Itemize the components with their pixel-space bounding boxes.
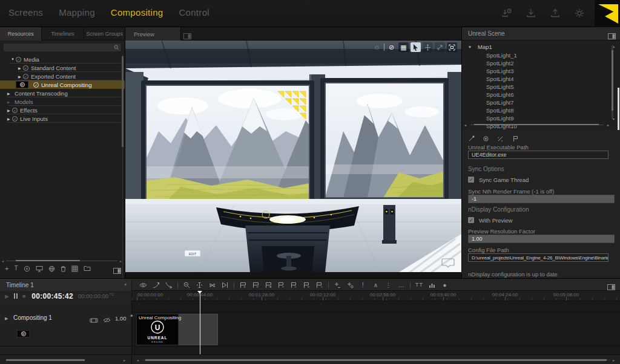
scroll-left-arrow[interactable]: ◂ bbox=[137, 358, 139, 362]
marker-d-icon[interactable] bbox=[315, 281, 323, 289]
tree-item-exported-content[interactable]: ▶ ✓ Exported Content bbox=[0, 72, 125, 80]
ripple-icon[interactable]: ⋈ bbox=[208, 281, 216, 289]
resolution-factor-input[interactable]: 1.00 bbox=[468, 235, 615, 243]
sun-icon[interactable]: ◌ bbox=[372, 42, 382, 52]
more-vertical-icon[interactable]: ⋮ bbox=[384, 281, 392, 289]
scroll-right-arrow[interactable]: ▸ bbox=[613, 358, 615, 362]
ease-in-icon[interactable] bbox=[152, 281, 160, 289]
expand-arrow-icon[interactable]: ▶ bbox=[7, 117, 12, 121]
caret-icon[interactable]: ∧ bbox=[372, 281, 380, 289]
marker-out-icon[interactable] bbox=[265, 281, 272, 289]
check-circle-icon[interactable]: ✓ bbox=[12, 116, 18, 122]
tree-item-live-inputs[interactable]: ▶ ✓ Live Inputs bbox=[0, 114, 125, 123]
keyframe-diamond-icon[interactable]: ✦ bbox=[130, 313, 134, 319]
folder-icon[interactable] bbox=[84, 265, 91, 271]
pause-button[interactable] bbox=[14, 293, 18, 299]
warning-icon[interactable]: ! bbox=[359, 281, 367, 289]
timeline-selector[interactable]: Timeline 1 ▾ bbox=[0, 279, 132, 291]
target-icon[interactable] bbox=[483, 134, 489, 145]
dropdown-arrow-icon[interactable]: ▾ bbox=[124, 282, 127, 287]
grid-icon[interactable] bbox=[71, 265, 78, 272]
expand-arrow-icon[interactable]: ▶ bbox=[18, 74, 23, 79]
fit-screen-icon[interactable] bbox=[447, 42, 457, 52]
check-circle-icon[interactable]: ✓ bbox=[33, 82, 39, 88]
nth-frame-input[interactable]: -1 bbox=[468, 195, 615, 203]
panel-scrollbar-thumb[interactable] bbox=[618, 88, 619, 130]
add-key-icon[interactable] bbox=[346, 281, 354, 289]
tree-item-unreal-compositing[interactable]: U ✓ Unreal Compositing bbox=[0, 80, 125, 89]
zoom-out-icon[interactable] bbox=[183, 281, 191, 289]
preview-viewport[interactable]: EDIT bbox=[125, 41, 461, 272]
light-item[interactable]: SpotLight5 bbox=[486, 83, 513, 90]
scroll-right-arrow[interactable]: ▸ bbox=[120, 259, 122, 263]
pen-icon[interactable] bbox=[468, 134, 475, 145]
check-circle-icon[interactable]: ✓ bbox=[23, 74, 28, 79]
scroll-left-arrow[interactable]: ◂ bbox=[2, 259, 4, 263]
marker-x-icon[interactable] bbox=[239, 281, 247, 289]
tree-item-models[interactable]: ▶ Models bbox=[0, 97, 125, 106]
scene-tree-hscrollbar-thumb[interactable] bbox=[474, 124, 599, 125]
light-item[interactable]: SpotLight_1 bbox=[486, 52, 517, 59]
tree-item-standard-content[interactable]: ▶ ✓ Standard Content bbox=[0, 63, 125, 72]
ease-out-icon[interactable] bbox=[165, 281, 173, 289]
tree-node-label[interactable]: Map1 bbox=[478, 44, 492, 50]
clip-tail[interactable] bbox=[179, 314, 218, 345]
nav-tab-screens[interactable]: Screens bbox=[8, 7, 43, 18]
scroll-left-arrow[interactable]: ◂ bbox=[464, 123, 466, 127]
light-item[interactable]: SpotLight3 bbox=[486, 68, 513, 74]
tab-preview[interactable]: Preview bbox=[125, 27, 181, 41]
check-circle-icon[interactable]: ✓ bbox=[23, 65, 28, 71]
tab-resources[interactable]: Resources bbox=[0, 27, 42, 41]
text-tool-icon[interactable]: TT bbox=[415, 281, 423, 289]
expand-arrow-icon[interactable]: ▶ bbox=[7, 91, 12, 96]
search-input[interactable] bbox=[4, 44, 121, 51]
play-button[interactable]: ▶ bbox=[5, 293, 9, 299]
tree-item-media[interactable]: ▼ ✓ Media bbox=[0, 55, 125, 63]
play-to-marker-icon[interactable] bbox=[221, 281, 229, 289]
expand-arrow-icon[interactable]: ▶ bbox=[7, 108, 12, 112]
film-icon[interactable] bbox=[90, 315, 98, 326]
track-expand-arrow-icon[interactable]: ▶ bbox=[5, 316, 8, 321]
nav-tab-mapping[interactable]: Mapping bbox=[59, 7, 95, 18]
config-path-input[interactable]: D:\unreal_projects\Unreal_Engine_4-26_B\… bbox=[468, 253, 608, 262]
more-icon[interactable]: … bbox=[397, 281, 405, 289]
add-track-icon[interactable] bbox=[334, 281, 341, 289]
check-circle-icon[interactable]: ✓ bbox=[16, 57, 21, 62]
sync-game-thread-checkbox[interactable]: ✓ bbox=[468, 177, 474, 183]
scene-tree-vscrollbar-thumb[interactable] bbox=[612, 50, 613, 111]
move-icon[interactable] bbox=[423, 42, 433, 52]
eye-slash-icon[interactable] bbox=[103, 315, 111, 326]
nav-tab-compositing[interactable]: Compositing bbox=[111, 7, 163, 18]
tab-screen-groups[interactable]: Screen Groups bbox=[84, 27, 125, 41]
scale-icon[interactable] bbox=[435, 42, 445, 52]
light-item[interactable]: SpotLight2 bbox=[486, 60, 513, 67]
cursor-icon[interactable] bbox=[411, 42, 421, 52]
settings-gear-icon[interactable] bbox=[574, 8, 585, 19]
tree-horizontal-scrollbar-thumb[interactable] bbox=[16, 260, 80, 261]
light-item[interactable]: SpotLight8 bbox=[486, 107, 513, 114]
ibeam-icon[interactable] bbox=[196, 281, 203, 289]
expand-arrow-icon[interactable]: ▶ bbox=[18, 66, 23, 70]
expand-arrow-icon[interactable]: ▶ bbox=[7, 100, 12, 104]
download-icon[interactable] bbox=[526, 8, 536, 19]
record-icon[interactable]: ● bbox=[441, 281, 449, 289]
track-opacity-value[interactable]: 1.00 bbox=[115, 315, 127, 322]
track-compositing-1[interactable]: ▶ Compositing 1 1.00 ✦ U U UNREAL ENG bbox=[0, 313, 620, 346]
light-item[interactable]: SpotLight9 bbox=[486, 115, 513, 122]
nav-tab-control[interactable]: Control bbox=[179, 7, 209, 18]
light-item[interactable]: SpotLight7 bbox=[486, 99, 513, 106]
scroll-right-arrow[interactable]: ▸ bbox=[124, 358, 125, 362]
disc-icon[interactable] bbox=[24, 265, 30, 272]
timeline-hscrollbar-thumb[interactable] bbox=[145, 359, 607, 361]
playhead-marker[interactable] bbox=[197, 291, 202, 294]
collapse-arrow-icon[interactable]: ▼ bbox=[11, 57, 16, 61]
light-item[interactable]: SpotLight4 bbox=[486, 76, 513, 82]
eye-icon[interactable] bbox=[139, 281, 147, 289]
with-preview-checkbox[interactable]: ✓ bbox=[468, 217, 474, 223]
text-icon[interactable]: T bbox=[14, 265, 18, 271]
stats-icon[interactable] bbox=[428, 281, 436, 289]
tab-timelines[interactable]: Timelines bbox=[42, 27, 84, 41]
exe-path-input[interactable]: UE4Editor.exe bbox=[468, 151, 608, 159]
marker-c-icon[interactable] bbox=[303, 281, 311, 289]
stop-button[interactable]: ■ bbox=[22, 293, 25, 299]
